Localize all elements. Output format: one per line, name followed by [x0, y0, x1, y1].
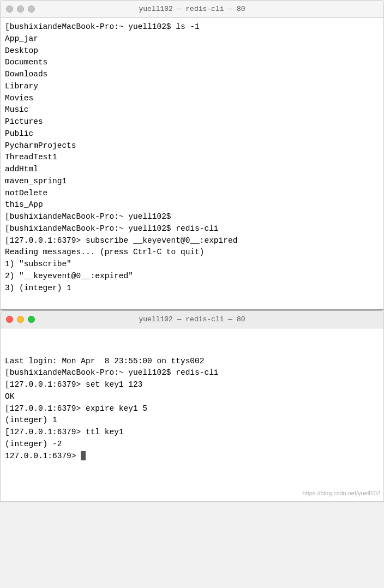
- terminal-line: [127.0.0.1:6379> set key1 123: [5, 380, 142, 389]
- terminal-line: Last login: Mon Apr 8 23:55:00 on ttys00…: [5, 357, 204, 365]
- terminal-line: Public: [5, 129, 33, 138]
- top-window-title: yuell102 — redis-cli — 80: [139, 5, 245, 13]
- top-terminal-window: yuell102 — redis-cli — 80 [bushixiandeMa…: [0, 0, 384, 310]
- bottom-title-bar: yuell102 — redis-cli — 80: [1, 311, 383, 328]
- terminal-line: [bushixiandeMacBook-Pro:~ yuell102$: [5, 212, 171, 221]
- top-title-bar: yuell102 — redis-cli — 80: [1, 1, 383, 18]
- maximize-button-inactive[interactable]: [28, 5, 35, 13]
- top-terminal-body: [bushixiandeMacBook-Pro:~ yuell102$ ls -…: [1, 18, 383, 309]
- terminal-line: addHtml: [5, 165, 38, 173]
- terminal-line: [bushixiandeMacBook-Pro:~ yuell102$ redi…: [5, 224, 219, 233]
- terminal-line: notDelete: [5, 189, 47, 197]
- terminal-line: Music: [5, 105, 29, 114]
- terminal-line: [bushixiandeMacBook-Pro:~ yuell102$ ls -…: [5, 22, 200, 31]
- terminal-line: (integer) 1: [5, 416, 57, 424]
- minimize-button-inactive[interactable]: [17, 5, 24, 13]
- bottom-traffic-lights: [6, 316, 35, 323]
- terminal-line: [127.0.0.1:6379> subscribe __keyevent@0_…: [5, 236, 237, 245]
- terminal-line: Pictures: [5, 117, 43, 126]
- terminal-line: (integer) -2: [5, 440, 62, 448]
- terminal-line: maven_spring1: [5, 177, 67, 185]
- terminal-line: 3) (integer) 1: [5, 284, 71, 292]
- terminal-line: [127.0.0.1:6379> expire key1 5: [5, 404, 147, 413]
- terminal-line: 1) "subscribe": [5, 260, 71, 268]
- bottom-terminal-window: yuell102 — redis-cli — 80 Last login: Mo…: [0, 310, 384, 502]
- terminal-line: ThreadTest1: [5, 153, 57, 161]
- terminal-cursor: [81, 451, 86, 460]
- close-button-inactive[interactable]: [6, 5, 13, 13]
- terminal-line: PycharmProjects: [5, 141, 76, 150]
- bottom-terminal-body: Last login: Mon Apr 8 23:55:00 on ttys00…: [1, 328, 383, 501]
- terminal-line: 2) "__keyevent@0__:expired": [5, 272, 133, 280]
- terminal-line: Desktop: [5, 46, 38, 55]
- terminal-line: 127.0.0.1:6379>: [5, 452, 81, 460]
- terminal-line: [bushixiandeMacBook-Pro:~ yuell102$ redi…: [5, 368, 219, 377]
- terminal-line: OK: [5, 392, 14, 401]
- top-traffic-lights: [6, 5, 35, 13]
- close-button[interactable]: [6, 316, 13, 323]
- maximize-button[interactable]: [28, 316, 35, 323]
- minimize-button[interactable]: [17, 316, 24, 323]
- terminal-line: Library: [5, 82, 38, 91]
- terminal-line: Downloads: [5, 70, 47, 79]
- watermark: https://blog.csdn.net/yuell102: [303, 489, 380, 498]
- terminal-line: Movies: [5, 94, 33, 103]
- terminal-line: Documents: [5, 58, 47, 67]
- terminal-line: Reading messages... (press Ctrl-C to qui…: [5, 248, 204, 256]
- terminal-line: App_jar: [5, 34, 38, 43]
- terminal-line: this_App: [5, 200, 43, 209]
- bottom-window-title: yuell102 — redis-cli — 80: [139, 315, 245, 323]
- terminal-line: [127.0.0.1:6379> ttl key1: [5, 428, 124, 436]
